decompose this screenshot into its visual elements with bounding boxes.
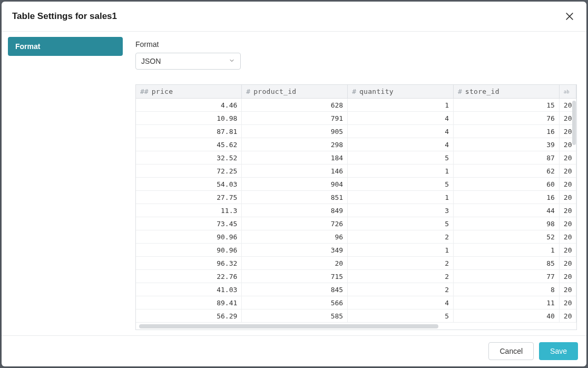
table-cell: 1	[348, 99, 454, 112]
table-cell: 8	[453, 283, 559, 296]
table-row[interactable]: 22.7671527720	[136, 270, 576, 283]
table-cell: 20	[559, 270, 576, 283]
table-cell: 2	[348, 283, 454, 296]
table-cell: 20	[559, 283, 576, 296]
chevron-down-icon	[229, 57, 235, 65]
format-field-label: Format	[135, 40, 577, 49]
table-row[interactable]: 54.0390456020	[136, 178, 576, 191]
table-cell: 44	[453, 204, 559, 217]
table-cell: 4.46	[136, 99, 242, 112]
table-cell: 5	[348, 178, 454, 191]
sidebar-tab-format[interactable]: Format	[8, 37, 123, 56]
cancel-button[interactable]: Cancel	[488, 342, 534, 360]
table-cell: 20	[559, 178, 576, 191]
table-cell: 76	[453, 112, 559, 125]
table-cell: 98	[453, 217, 559, 230]
settings-sidebar: Format	[2, 32, 128, 335]
column-header-store-id[interactable]: # store_id	[453, 85, 559, 99]
settings-content: Format JSON	[128, 32, 586, 335]
table-cell: 4	[348, 296, 454, 309]
table-cell: 566	[242, 296, 348, 309]
table-cell: 87	[453, 151, 559, 164]
table-scroll-area[interactable]: ## price # product_id	[136, 85, 576, 322]
horizontal-scrollbar-thumb[interactable]	[139, 324, 438, 328]
close-button[interactable]	[563, 10, 576, 23]
table-cell: 96.32	[136, 257, 242, 270]
table-row[interactable]: 87.8190541620	[136, 125, 576, 138]
type-icon: ##	[140, 88, 149, 95]
type-icon: #	[246, 88, 250, 95]
table-cell: 349	[242, 244, 348, 257]
column-name: quantity	[359, 88, 394, 95]
table-cell: 20	[559, 296, 576, 309]
table-cell: 20	[559, 244, 576, 257]
table-cell: 20	[559, 191, 576, 204]
table-cell: 41.03	[136, 283, 242, 296]
table-row[interactable]: 72.2514616220	[136, 164, 576, 178]
table-cell: 11.3	[136, 204, 242, 217]
horizontal-scrollbar[interactable]	[136, 322, 576, 330]
table-row[interactable]: 73.4572659820	[136, 217, 576, 230]
table-cell: 20	[559, 151, 576, 164]
table-cell: 54.03	[136, 178, 242, 191]
table-cell: 1	[348, 164, 454, 178]
table-cell: 628	[242, 99, 348, 112]
table-cell: 62	[453, 164, 559, 178]
table-row[interactable]: 32.5218458720	[136, 151, 576, 164]
table-cell: 27.75	[136, 191, 242, 204]
table-cell: 2	[348, 270, 454, 283]
type-icon: ab	[564, 89, 570, 94]
table-cell: 5	[348, 309, 454, 323]
table-cell: 5	[348, 151, 454, 164]
table-row[interactable]: 56.2958554020	[136, 309, 576, 323]
format-select[interactable]: JSON	[135, 53, 241, 70]
table-cell: 851	[242, 191, 348, 204]
table-cell: 45.62	[136, 138, 242, 151]
table-row[interactable]: 90.969625220	[136, 230, 576, 244]
preview-table: ## price # product_id	[136, 85, 576, 322]
table-row[interactable]: 45.6229843920	[136, 138, 576, 151]
column-name: store_id	[465, 88, 499, 95]
table-cell: 4	[348, 112, 454, 125]
table-header-row: ## price # product_id	[136, 85, 576, 99]
table-row[interactable]: 89.4156641120	[136, 296, 576, 309]
column-header-quantity[interactable]: # quantity	[348, 85, 454, 99]
table-cell: 715	[242, 270, 348, 283]
modal-header: Table Settings for sales1	[2, 2, 586, 32]
table-cell: 3	[348, 204, 454, 217]
table-row[interactable]: 4.4662811520	[136, 99, 576, 112]
table-row[interactable]: 27.7585111620	[136, 191, 576, 204]
preview-table-container: ## price # product_id	[135, 84, 577, 330]
table-row[interactable]: 90.963491120	[136, 244, 576, 257]
table-cell: 20	[242, 257, 348, 270]
type-icon: #	[458, 88, 462, 95]
table-cell: 184	[242, 151, 348, 164]
table-row[interactable]: 41.038452820	[136, 283, 576, 296]
column-header-price[interactable]: ## price	[136, 85, 242, 99]
table-cell: 146	[242, 164, 348, 178]
table-cell: 849	[242, 204, 348, 217]
table-cell: 2	[348, 257, 454, 270]
table-cell: 20	[559, 164, 576, 178]
format-select-value: JSON	[141, 57, 161, 65]
column-header-product-id[interactable]: # product_id	[242, 85, 348, 99]
sidebar-tab-label: Format	[15, 42, 40, 51]
table-row[interactable]: 10.9879147620	[136, 112, 576, 125]
modal-title: Table Settings for sales1	[12, 11, 117, 22]
table-row[interactable]: 11.384934420	[136, 204, 576, 217]
table-cell: 87.81	[136, 125, 242, 138]
table-cell: 585	[242, 309, 348, 323]
save-button[interactable]: Save	[539, 342, 578, 360]
table-row[interactable]: 96.322028520	[136, 257, 576, 270]
table-cell: 52	[453, 230, 559, 244]
table-cell: 4	[348, 138, 454, 151]
table-cell: 90.96	[136, 230, 242, 244]
table-cell: 77	[453, 270, 559, 283]
table-cell: 96	[242, 230, 348, 244]
column-name: product_id	[253, 88, 296, 95]
table-cell: 32.52	[136, 151, 242, 164]
modal-body: Format Format JSON	[2, 32, 586, 335]
column-header-extra[interactable]: ab	[559, 85, 576, 99]
table-cell: 22.76	[136, 270, 242, 283]
vertical-scrollbar-thumb[interactable]	[572, 101, 576, 145]
